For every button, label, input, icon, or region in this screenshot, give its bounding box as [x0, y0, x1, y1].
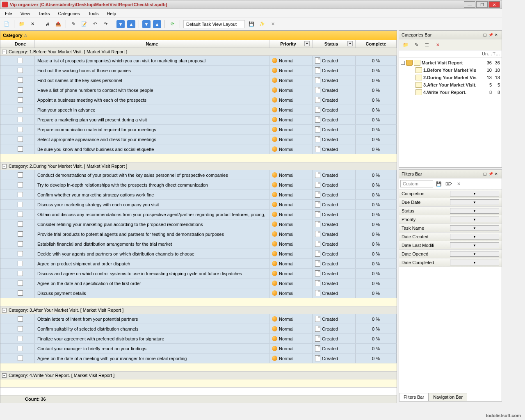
- panel-restore-icon[interactable]: ◱: [482, 32, 488, 38]
- category-row[interactable]: −Category: 4.Write Your Report. [ Market…: [0, 372, 397, 379]
- done-checkbox[interactable]: [18, 271, 23, 276]
- task-row[interactable]: Try to develop in-depth relationships wi…: [0, 180, 397, 190]
- task-row[interactable]: Decide with your agents and partners on …: [0, 249, 397, 259]
- done-checkbox[interactable]: [18, 146, 23, 152]
- done-checkbox[interactable]: [18, 326, 23, 331]
- task-row[interactable]: Contact your manager to briefly report o…: [0, 344, 397, 354]
- filter-clear-icon[interactable]: ⌦: [445, 180, 453, 188]
- filter-field[interactable]: Date Created▼: [399, 233, 502, 241]
- export-icon[interactable]: 📤: [54, 20, 62, 28]
- task-row[interactable]: Agree on the date and specification of t…: [0, 278, 397, 288]
- task-row[interactable]: Discuss and agree on which control syste…: [0, 269, 397, 278]
- task-row[interactable]: Establish financial and distribution arr…: [0, 239, 397, 249]
- done-checkbox[interactable]: [18, 316, 23, 322]
- cat-del-icon[interactable]: ✕: [434, 41, 442, 49]
- done-checkbox[interactable]: [18, 241, 23, 247]
- done-checkbox[interactable]: [18, 281, 23, 286]
- collapse-icon[interactable]: −: [2, 308, 7, 313]
- task-row[interactable]: Prepare communication material required …: [0, 125, 397, 135]
- done-checkbox[interactable]: [18, 212, 23, 217]
- task-row[interactable]: Appoint a business meeting with each of …: [0, 95, 397, 105]
- tree-child[interactable]: 4.Write Your Report.88: [401, 89, 500, 96]
- dropdown-icon[interactable]: ▼: [450, 208, 499, 214]
- task-row[interactable]: Agree on product shipment and order disp…: [0, 259, 397, 269]
- done-checkbox[interactable]: [18, 221, 23, 227]
- panel-pin-icon[interactable]: 📌: [488, 32, 493, 38]
- filter-save-icon[interactable]: 💾: [435, 180, 443, 188]
- category-row[interactable]: −Category: 1.Before Your Market Visit. […: [0, 48, 397, 56]
- category-row[interactable]: −Category: 2.During Your Market Visit. […: [0, 162, 397, 170]
- layout-del-icon[interactable]: ✕: [269, 20, 277, 28]
- task-row[interactable]: Prepare a marketing plan you will presen…: [0, 115, 397, 125]
- dropdown-icon[interactable]: ▼: [450, 225, 499, 231]
- col-complete[interactable]: Complete: [356, 40, 397, 48]
- task-row[interactable]: Agree on the date of a meeting with your…: [0, 354, 397, 363]
- task-row[interactable]: Find out the working hours of those comp…: [0, 66, 397, 75]
- done-checkbox[interactable]: [18, 231, 23, 237]
- done-checkbox[interactable]: [18, 336, 23, 341]
- done-checkbox[interactable]: [18, 202, 23, 207]
- down2-icon[interactable]: ▼: [142, 20, 151, 28]
- filter-preset-dropdown[interactable]: Custom: [400, 180, 433, 187]
- col-done[interactable]: Done: [6, 40, 35, 48]
- done-checkbox[interactable]: [18, 261, 23, 266]
- task-row[interactable]: Find out names of the key sales personne…: [0, 75, 397, 85]
- tab-navigation-bar[interactable]: Navigation Bar: [429, 393, 467, 401]
- dropdown-icon[interactable]: ▼: [304, 41, 310, 46]
- col-priority[interactable]: Priority▼: [269, 40, 313, 48]
- filter-field[interactable]: Task Name▼: [399, 224, 502, 233]
- filter-field[interactable]: Due Date▼: [399, 198, 502, 207]
- up2-icon[interactable]: ▲: [153, 20, 161, 28]
- task-row[interactable]: Be sure you know and follow business and…: [0, 144, 397, 154]
- done-checkbox[interactable]: [18, 192, 23, 197]
- filter-field[interactable]: Date Opened▼: [399, 250, 502, 258]
- layout-wand-icon[interactable]: ✨: [258, 20, 266, 28]
- down-icon[interactable]: ▼: [116, 20, 125, 28]
- filter-field[interactable]: Status▼: [399, 207, 502, 215]
- task-row[interactable]: Select appropriate appearance and dress …: [0, 135, 397, 144]
- collapse-icon[interactable]: −: [401, 61, 405, 65]
- undo-icon[interactable]: ↶: [91, 20, 99, 28]
- panel-close-icon[interactable]: ✕: [493, 171, 499, 177]
- menu-help[interactable]: Help: [105, 10, 118, 17]
- maximize-button[interactable]: ☐: [476, 1, 488, 8]
- task-row[interactable]: Obtain letters of intent from your poten…: [0, 314, 397, 324]
- close-button[interactable]: ✕: [488, 1, 500, 8]
- dropdown-icon[interactable]: ▼: [450, 191, 499, 196]
- done-checkbox[interactable]: [18, 290, 23, 296]
- note-icon[interactable]: 📝: [80, 20, 88, 28]
- panel-restore-icon[interactable]: ◱: [482, 171, 488, 177]
- dropdown-icon[interactable]: ▼: [450, 217, 499, 222]
- dropdown-icon[interactable]: ▼: [450, 242, 499, 248]
- panel-close-icon[interactable]: ✕: [493, 32, 499, 38]
- dropdown-icon[interactable]: ▼: [450, 260, 499, 265]
- collapse-icon[interactable]: −: [2, 50, 7, 54]
- col-status[interactable]: Status▼: [313, 40, 356, 48]
- tree-root[interactable]: −Market Visit Report3636: [401, 59, 500, 66]
- redo-icon[interactable]: ↷: [101, 20, 110, 28]
- new-icon[interactable]: 📄: [2, 20, 11, 28]
- layout-dropdown[interactable]: Default Task View Layout: [183, 20, 245, 28]
- done-checkbox[interactable]: [18, 97, 23, 103]
- task-row[interactable]: Confirm suitability of selected distribu…: [0, 324, 397, 334]
- filter-field[interactable]: Date Completed▼: [399, 258, 502, 267]
- print-icon[interactable]: 🖨: [43, 20, 52, 28]
- menu-file[interactable]: File: [3, 10, 14, 17]
- filter-field[interactable]: Completion▼: [399, 189, 502, 198]
- filter-del-icon[interactable]: ✕: [454, 180, 463, 188]
- task-row[interactable]: Provide trial products to potential agen…: [0, 229, 397, 239]
- category-row[interactable]: −Category: 3.After Your Market Visit. [ …: [0, 306, 397, 314]
- done-checkbox[interactable]: [18, 107, 23, 112]
- col-name[interactable]: Name: [35, 40, 269, 48]
- refresh-icon[interactable]: ⟳: [168, 20, 176, 28]
- task-row[interactable]: Consider refining your marketing plan ac…: [0, 219, 397, 229]
- up-icon[interactable]: ▲: [127, 20, 135, 28]
- edit-icon[interactable]: ✎: [69, 20, 78, 28]
- done-checkbox[interactable]: [18, 356, 23, 361]
- tree-child[interactable]: 3.After Your Market Visit.55: [401, 81, 500, 89]
- done-checkbox[interactable]: [18, 117, 23, 122]
- done-checkbox[interactable]: [18, 127, 23, 132]
- dropdown-icon[interactable]: ▼: [450, 199, 499, 205]
- collapse-icon[interactable]: −: [2, 373, 7, 378]
- menu-categories[interactable]: Categories: [57, 10, 82, 17]
